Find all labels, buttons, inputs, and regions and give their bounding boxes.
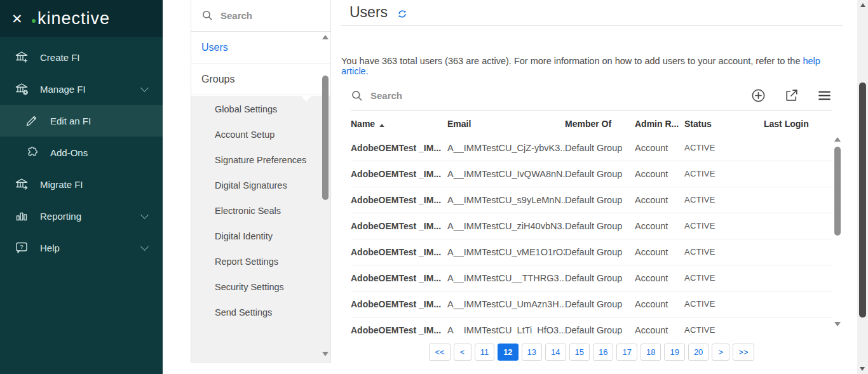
table-row[interactable]: AdobeOEMTest _IM... A__IMMTestCU__TTHRG3…: [351, 265, 832, 291]
add-user-icon[interactable]: [750, 88, 766, 104]
table-row[interactable]: AdobeOEMTest _IM... A__IMMTestCU_vME1O1r…: [351, 239, 832, 265]
page-button[interactable]: 14: [545, 344, 566, 361]
scrollbar-thumb[interactable]: [834, 147, 841, 236]
settings-subitem[interactable]: Digital Signatures: [191, 173, 330, 198]
logo-text: kinective: [37, 9, 110, 29]
table-search-input[interactable]: [370, 90, 561, 101]
settings-subitem[interactable]: Security Settings: [191, 274, 330, 300]
cell-status: ACTIVE: [684, 135, 764, 161]
page-button[interactable]: 12: [498, 344, 518, 361]
cell-status: ACTIVE: [684, 317, 764, 335]
settings-item-users[interactable]: Users: [191, 32, 330, 63]
cell-email: A__IMMTestCU_vME1O1rO3...: [447, 239, 565, 265]
sidebar-item-manage-fi[interactable]: Manage FI: [0, 73, 163, 105]
table-row[interactable]: AdobeOEMTest _IM... A__IMMTestCU_UmAzn3H…: [351, 291, 832, 317]
scroll-down-arrow-icon[interactable]: [834, 322, 841, 326]
settings-subitem[interactable]: Report Settings: [191, 249, 330, 274]
page-button[interactable]: >: [712, 344, 729, 361]
page-button[interactable]: 13: [522, 344, 542, 361]
info-text: You have 363 total users (363 are active…: [341, 56, 803, 66]
cell-admin-roles: Account: [635, 239, 684, 265]
cell-member-of: Default Group: [565, 291, 635, 317]
page-button[interactable]: <: [454, 344, 471, 361]
chevron-down-icon: [140, 84, 149, 92]
settings-item-label: Users: [201, 42, 228, 53]
settings-subitem[interactable]: Send Settings: [191, 300, 330, 325]
cell-member-of: Default Group: [565, 161, 635, 187]
account-settings-submenu: Global SettingsAccount SetupSignature Pr…: [191, 96, 330, 362]
cell-name: AdobeOEMTest _IM...: [351, 213, 447, 239]
scrollbar-thumb[interactable]: [859, 83, 866, 317]
export-icon[interactable]: [783, 88, 799, 104]
cell-email: A__IMMTestCU__TTHRG3...: [447, 265, 565, 291]
menu-icon[interactable]: [817, 88, 832, 104]
cell-email: A__IMMTestCU_s9yLeMnN...: [447, 187, 565, 213]
scrollbar-thumb[interactable]: [322, 76, 329, 200]
sidebar-item-label: Manage FI: [40, 84, 86, 95]
column-header-admin-roles[interactable]: Admin R...: [635, 114, 684, 135]
cell-admin-roles: Account: [635, 317, 684, 335]
column-header-email[interactable]: Email: [447, 114, 565, 135]
table-row[interactable]: AdobeOEMTest _IM... A__IMMTestCU_IvQWA8n…: [351, 161, 832, 187]
column-header-last-login[interactable]: Last Login: [764, 114, 832, 135]
refresh-icon[interactable]: [397, 9, 407, 22]
cell-admin-roles: Account: [635, 187, 684, 213]
user-count-info: You have 363 total users (363 are active…: [341, 56, 843, 76]
sidebar-item-create-fi[interactable]: Create FI: [0, 41, 163, 73]
cell-member-of: Default Group: [565, 317, 635, 335]
settings-subitem[interactable]: Digital Identity: [191, 224, 330, 249]
page-button[interactable]: 16: [593, 344, 613, 361]
sidebar-item-add-ons[interactable]: Add-Ons: [0, 137, 163, 168]
scroll-down-arrow-icon[interactable]: [860, 367, 865, 371]
table-row[interactable]: AdobeOEMTest _IM... A__IMMTestCU_CjZ-ybv…: [351, 135, 832, 161]
page-button[interactable]: 11: [475, 344, 495, 361]
bank-plus-icon: [14, 50, 29, 65]
sidebar-menu: Create FI Manage FI Edit an FI Add-Ons: [0, 37, 163, 264]
table-row[interactable]: AdobeOEMTest _IM... A__IMMTestCU_s9yLeMn…: [351, 187, 832, 213]
sidebar-item-edit-an-fi[interactable]: Edit an FI: [0, 105, 163, 137]
page-button[interactable]: <<: [429, 344, 450, 361]
svg-text:?: ?: [20, 243, 23, 250]
cell-last-login: [764, 265, 832, 291]
scroll-up-arrow-icon[interactable]: [834, 137, 841, 142]
sidebar-item-migrate-fi[interactable]: Migrate FI: [0, 168, 163, 200]
cell-member-of: Default Group: [565, 239, 635, 265]
column-header-status[interactable]: Status: [684, 114, 764, 135]
settings-subitem[interactable]: Electronic Seals: [191, 198, 330, 224]
page-button[interactable]: 17: [616, 344, 637, 361]
cell-status: ACTIVE: [684, 187, 764, 213]
page-button[interactable]: 15: [569, 344, 590, 361]
page-button[interactable]: >>: [733, 344, 754, 361]
table-search: [351, 90, 561, 102]
cell-email: A__IMMTestCU_IvQWA8nN...: [447, 161, 565, 187]
cell-member-of: Default Group: [565, 265, 635, 291]
scroll-up-arrow-icon[interactable]: [860, 3, 865, 7]
settings-search-input[interactable]: [220, 10, 309, 21]
sidebar-item-reporting[interactable]: Reporting: [0, 200, 163, 232]
page-title: Users: [349, 4, 388, 21]
page-button[interactable]: 18: [641, 344, 661, 361]
cell-name: AdobeOEMTest _IM...: [351, 265, 447, 291]
app-root: ✕ kinective Create FI Manage FI: [0, 0, 868, 374]
sidebar-item-help[interactable]: ? Help: [0, 232, 163, 264]
logo-dot-icon: [32, 19, 36, 23]
settings-subitem[interactable]: Account Setup: [191, 122, 330, 147]
table-row[interactable]: AdobeOEMTest _IM... A__IMMTestCU_ziH40vb…: [351, 213, 832, 239]
cell-admin-roles: Account: [635, 213, 684, 239]
close-icon[interactable]: ✕: [11, 12, 28, 25]
settings-scrollbar: [322, 35, 329, 356]
cell-admin-roles: Account: [635, 135, 684, 161]
settings-subitem[interactable]: Signature Preferences: [191, 147, 330, 173]
column-header-member-of[interactable]: Member Of: [565, 114, 635, 135]
page-button[interactable]: 19: [664, 344, 684, 361]
sidebar-item-label: Create FI: [40, 52, 80, 63]
cell-admin-roles: Account: [635, 265, 684, 291]
page-button[interactable]: 20: [688, 344, 709, 361]
table-row[interactable]: AdobeOEMTest _IM... A__IMMTestCU_LtTi_Hf…: [351, 317, 832, 335]
main-content: Users You have 363 total users (363 are …: [341, 0, 843, 374]
scroll-up-arrow-icon[interactable]: [322, 35, 329, 39]
settings-item-groups[interactable]: Groups: [191, 63, 330, 95]
column-header-name[interactable]: Name: [351, 114, 447, 135]
scroll-down-arrow-icon[interactable]: [322, 352, 329, 356]
table-scrollbar: [834, 137, 841, 326]
